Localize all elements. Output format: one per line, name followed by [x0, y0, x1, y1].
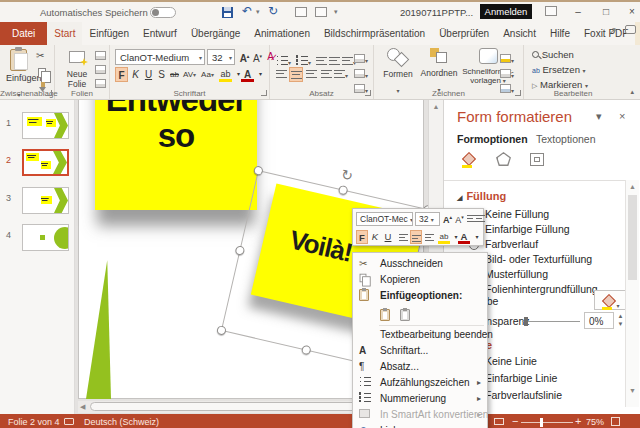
mini-grow-font-button[interactable]: A▴ [442, 211, 453, 224]
align-right-button[interactable] [304, 67, 318, 82]
shrink-font-button[interactable]: A▾ [251, 49, 264, 64]
tab-format[interactable]: Format [635, 22, 640, 45]
mini-font-color-dropdown-icon[interactable]: ▾ [471, 230, 483, 244]
drawing-dialog-launcher[interactable] [515, 90, 521, 96]
menu-item-font[interactable]: ASchriftart... [354, 343, 486, 359]
change-case-button[interactable]: Aa▾ [201, 67, 214, 82]
character-spacing-button[interactable]: AV▾ [183, 67, 196, 82]
justify-button[interactable] [319, 67, 333, 82]
mini-highlight-button[interactable]: ab [438, 230, 450, 244]
menu-item-paragraph[interactable]: ¶Absatz... [354, 359, 486, 375]
tab-bildschirmpraesentation[interactable]: Bildschirmpräsentation [317, 22, 432, 45]
shadow-button[interactable]: S [155, 67, 168, 82]
mini-shrink-font-button[interactable]: A▾ [454, 211, 465, 224]
maximize-button[interactable]: □ [598, 4, 614, 19]
tab-hilfe[interactable]: Hilfe [543, 22, 577, 45]
fill-section-header[interactable]: ◢Füllung [457, 190, 506, 202]
clipboard-dialog-launcher[interactable] [46, 90, 52, 96]
zoom-slider-thumb[interactable] [540, 418, 543, 427]
reset-slide-icon[interactable] [95, 65, 106, 74]
panel-scroll-down-icon[interactable]: ▼ [626, 384, 639, 397]
tab-uebergaenge[interactable]: Übergänge [184, 22, 247, 45]
yellow-shape-top[interactable]: Entweder so [95, 100, 257, 210]
effects-icon[interactable] [496, 152, 511, 170]
undo-icon[interactable]: ↶ [242, 4, 252, 18]
menu-item-link[interactable]: ⊕Link▸ [354, 423, 486, 428]
zoom-slider-track[interactable] [521, 422, 573, 423]
fill-color-button[interactable]: ▾ [594, 290, 627, 310]
align-left-button[interactable] [274, 67, 288, 82]
panel-options-dropdown-icon[interactable]: ▾ [596, 110, 602, 123]
font-color-dropdown-icon[interactable]: ▾ [254, 67, 267, 82]
clipboard-qat-icon[interactable] [315, 7, 327, 17]
slideshow-view-icon[interactable] [494, 418, 504, 425]
mini-font-size-combo[interactable]: 32 ▾ [415, 212, 440, 226]
autosave-toggle[interactable] [150, 7, 176, 18]
font-dialog-launcher[interactable] [261, 90, 267, 96]
scroll-left-icon[interactable]: ◀ [80, 403, 85, 411]
new-slide-button[interactable]: Neue Folie ▾ [60, 49, 94, 107]
comments-icon[interactable] [625, 25, 636, 34]
touch-mode-icon[interactable] [295, 7, 307, 17]
transparency-spinner[interactable]: ▲▼ [616, 312, 625, 329]
tab-start[interactable]: Start [47, 22, 82, 45]
mini-font-name-combo[interactable]: ClanOT-Mec ▾ [356, 212, 413, 226]
undo-dropdown-icon[interactable]: ▾ [256, 8, 260, 16]
italic-button[interactable]: K [129, 67, 142, 82]
fit-to-window-icon[interactable] [611, 417, 620, 426]
fill-line-icon[interactable] [461, 152, 476, 170]
find-button[interactable]: Suchen [532, 49, 574, 60]
scroll-up-icon[interactable]: ▲ [429, 100, 443, 114]
mini-bold-button[interactable]: F [356, 230, 368, 244]
tab-ansicht[interactable]: Ansicht [496, 22, 543, 45]
strikethrough-button[interactable]: ab [168, 67, 181, 82]
slide-layout-icon[interactable] [95, 51, 106, 60]
font-color-button[interactable]: A [241, 67, 254, 82]
close-button[interactable]: × [624, 4, 640, 19]
font-size-combo[interactable]: 32▾ [207, 49, 235, 65]
menu-item-cut[interactable]: ✂Ausschneiden [354, 256, 486, 272]
share-icon[interactable]: ↗ [609, 25, 617, 36]
panel-close-ic on[interactable]: × [619, 110, 625, 122]
mini-underline-button[interactable]: U [382, 230, 394, 244]
mini-increase-indent-icon[interactable] [475, 211, 486, 224]
slide-number-status[interactable]: Folie 2 von 4 [8, 417, 60, 427]
zoom-level[interactable]: 75% [586, 417, 604, 427]
align-center-button[interactable] [289, 67, 303, 82]
bold-button[interactable]: F [115, 67, 128, 82]
menu-item-bullets[interactable]: Aufzählungszeichen▸ [354, 375, 486, 391]
tab-datei[interactable]: Datei [0, 22, 47, 45]
paragraph-dialog-launcher[interactable] [365, 90, 371, 96]
columns-button[interactable]: ▾ [334, 67, 348, 82]
tab-animationen[interactable]: Animationen [247, 22, 317, 45]
sign-in-button[interactable]: Anmelden [480, 4, 532, 19]
minimize-button[interactable]: – [570, 4, 586, 19]
tab-ueberpruefen[interactable]: Überprüfen [432, 22, 496, 45]
section-icon[interactable] [95, 79, 106, 88]
panel-scroll-up-icon[interactable]: ▲ [626, 180, 639, 193]
save-icon[interactable] [222, 7, 233, 18]
mini-font-color-button[interactable]: A [458, 230, 470, 244]
collapse-ribbon-icon[interactable]: ▴ [630, 88, 634, 96]
panel-scrollbar[interactable]: ▲ ▼ [625, 180, 639, 407]
transparency-value[interactable]: 0% [584, 312, 614, 329]
paste-keep-source-icon[interactable] [379, 306, 396, 322]
grow-font-button[interactable]: A▴ [238, 49, 251, 64]
font-name-combo[interactable]: ClanOT-Medium▾ [115, 49, 205, 65]
menu-item-numbering[interactable]: Nummerierung▸ [354, 391, 486, 407]
menu-item-copy[interactable]: Kopieren [354, 272, 486, 288]
tab-text-options[interactable]: Textoptionen [536, 133, 596, 145]
mini-align-left-button[interactable] [397, 230, 409, 244]
tab-einfuegen[interactable]: Einfügen [82, 22, 135, 45]
mini-italic-button[interactable]: K [369, 230, 381, 244]
replace-button[interactable]: ab Ersetzen ▾ [532, 64, 586, 75]
tab-shape-options[interactable]: Formoptionen [457, 133, 528, 145]
mini-align-right-button[interactable] [423, 230, 435, 244]
redo-icon[interactable]: ↻ [268, 4, 278, 18]
size-properties-icon[interactable] [530, 152, 544, 170]
menu-item-end-text-editing[interactable]: Textbearbeitung beenden [354, 327, 486, 343]
zoom-in-icon[interactable]: + [575, 415, 581, 427]
paste-picture-icon[interactable] [399, 306, 416, 322]
tab-entwurf[interactable]: Entwurf [136, 22, 184, 45]
panel-scroll-thumb[interactable] [628, 195, 637, 280]
